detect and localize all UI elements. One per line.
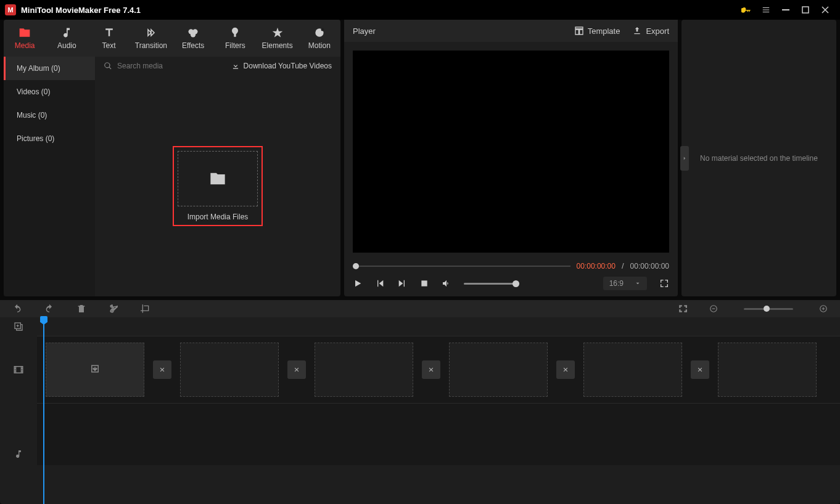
- template-button[interactable]: Template: [574, 26, 620, 36]
- sidebar-item-videos[interactable]: Videos (0): [4, 80, 95, 104]
- svg-rect-7: [421, 280, 427, 286]
- play-button[interactable]: [353, 278, 363, 288]
- minimize-icon[interactable]: [776, 0, 796, 20]
- tab-transition[interactable]: Transition: [130, 20, 172, 57]
- fullscreen-button[interactable]: [659, 278, 669, 288]
- sidebar-item-myalbum[interactable]: My Album (0): [4, 57, 95, 80]
- folder-icon: [209, 170, 226, 187]
- player-title: Player: [353, 26, 376, 36]
- zoom-slider[interactable]: [744, 308, 793, 310]
- svg-rect-1: [802, 7, 809, 13]
- next-button[interactable]: [397, 278, 407, 288]
- add-track-button[interactable]: [0, 317, 37, 336]
- export-button[interactable]: Export: [632, 26, 669, 36]
- tab-filters[interactable]: Filters: [214, 20, 256, 57]
- maximize-icon[interactable]: [796, 0, 815, 20]
- search-icon: [104, 62, 112, 70]
- time-total: 00:00:00:00: [630, 262, 669, 270]
- prev-button[interactable]: [375, 278, 385, 288]
- clip-slot[interactable]: [449, 343, 548, 397]
- undo-button[interactable]: [12, 304, 22, 314]
- media-panel: Media Audio Text Transition Effects Filt…: [4, 20, 340, 296]
- timeline-fit-button[interactable]: [678, 304, 687, 313]
- menu-icon[interactable]: [756, 0, 776, 20]
- download-icon: [89, 364, 101, 375]
- transition-slot[interactable]: [556, 360, 575, 379]
- scrub-bar[interactable]: [353, 266, 570, 267]
- aspect-ratio-select[interactable]: 16:9: [603, 277, 647, 290]
- time-separator: /: [622, 261, 624, 270]
- tab-motion[interactable]: Motion: [299, 20, 340, 57]
- timeline-tracks[interactable]: [37, 317, 840, 504]
- download-youtube-button[interactable]: Download YouTube Videos: [231, 62, 332, 70]
- app-title: MiniTool MovieMaker Free 7.4.1: [21, 6, 141, 15]
- delete-button[interactable]: [76, 304, 86, 314]
- tab-label: Elements: [262, 41, 293, 50]
- chevron-down-icon: [635, 280, 641, 287]
- app-logo-icon: M: [5, 4, 16, 15]
- player-panel: Player Template Export 00:00:00:00 / 00:…: [344, 20, 678, 296]
- media-categories: My Album (0) Videos (0) Music (0) Pictur…: [4, 57, 95, 296]
- aspect-value: 16:9: [609, 279, 624, 288]
- main-toolbar: Media Audio Text Transition Effects Filt…: [4, 20, 340, 57]
- stop-button[interactable]: [419, 278, 429, 288]
- key-icon[interactable]: [736, 0, 756, 20]
- transition-slot[interactable]: [691, 360, 709, 379]
- zoom-out-button[interactable]: [709, 304, 718, 313]
- zoom-in-button[interactable]: [819, 304, 828, 313]
- transition-slot[interactable]: [422, 360, 440, 379]
- tab-media[interactable]: Media: [4, 20, 46, 57]
- playhead[interactable]: [43, 317, 44, 504]
- close-icon[interactable]: [815, 0, 835, 20]
- video-preview[interactable]: [353, 51, 669, 253]
- tab-label: Motion: [308, 41, 331, 50]
- tab-label: Media: [15, 41, 35, 50]
- clip-slot[interactable]: [718, 343, 817, 397]
- sidebar-item-pictures[interactable]: Pictures (0): [4, 127, 95, 150]
- volume-button[interactable]: [442, 278, 451, 288]
- search-input[interactable]: [117, 62, 226, 70]
- time-current: 00:00:00:00: [577, 262, 616, 270]
- svg-point-4: [191, 32, 196, 37]
- clip-slot[interactable]: [46, 343, 144, 397]
- import-media-button[interactable]: Import Media Files: [173, 146, 263, 226]
- import-label: Import Media Files: [178, 213, 258, 221]
- tab-effects[interactable]: Effects: [172, 20, 214, 57]
- svg-rect-0: [782, 9, 789, 10]
- download-label: Download YouTube Videos: [244, 62, 332, 70]
- properties-empty-message: No material selected on the timeline: [700, 154, 818, 163]
- tab-audio[interactable]: Audio: [46, 20, 88, 57]
- crop-button[interactable]: [141, 304, 150, 314]
- video-track-icon: [0, 336, 37, 404]
- template-label: Template: [588, 26, 620, 36]
- svg-point-8: [110, 305, 112, 307]
- clip-slot[interactable]: [583, 343, 682, 397]
- audio-track-icon: [0, 404, 37, 504]
- tab-elements[interactable]: Elements: [257, 20, 299, 57]
- tab-label: Transition: [135, 41, 167, 50]
- clip-slot[interactable]: [180, 343, 279, 397]
- volume-slider[interactable]: [464, 283, 519, 285]
- redo-button[interactable]: [44, 304, 54, 314]
- clip-slot[interactable]: [315, 343, 413, 397]
- properties-panel: No material selected on the timeline: [681, 20, 836, 296]
- transition-slot[interactable]: [153, 360, 171, 379]
- titlebar: M MiniTool MovieMaker Free 7.4.1: [0, 0, 840, 20]
- sidebar-item-music[interactable]: Music (0): [4, 104, 95, 127]
- transition-slot[interactable]: [287, 360, 306, 379]
- panel-collapse-handle[interactable]: [680, 146, 689, 171]
- export-label: Export: [646, 26, 669, 36]
- timeline-panel: [0, 300, 840, 504]
- tab-label: Text: [102, 41, 116, 50]
- svg-point-9: [110, 310, 112, 312]
- tab-label: Effects: [182, 41, 204, 50]
- svg-point-6: [321, 28, 324, 31]
- tab-label: Filters: [225, 41, 245, 50]
- split-button[interactable]: [109, 304, 118, 314]
- tab-label: Audio: [57, 41, 76, 50]
- tab-text[interactable]: Text: [88, 20, 130, 57]
